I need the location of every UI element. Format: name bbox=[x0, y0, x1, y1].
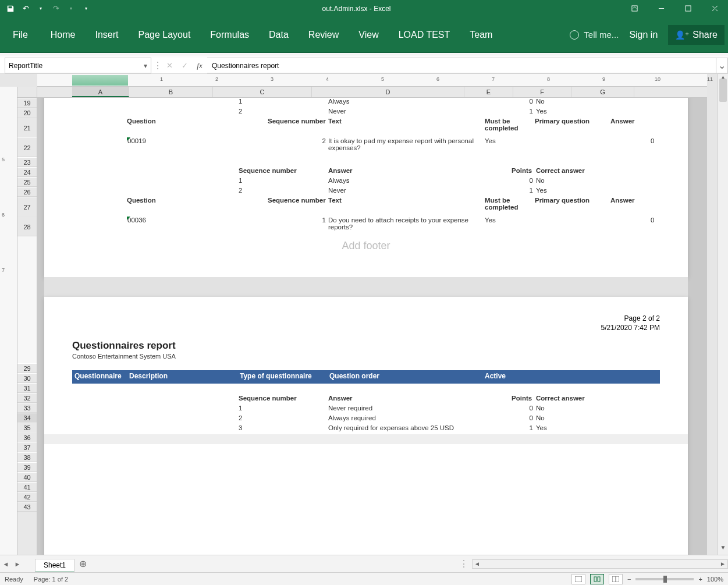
fbar-handle-icon[interactable]: ⋮ bbox=[154, 58, 162, 73]
vertical-scrollbar[interactable]: ▲ ▼ bbox=[718, 74, 728, 555]
col-header[interactable]: Must be completed bbox=[485, 118, 531, 132]
col-F[interactable]: F bbox=[513, 87, 571, 97]
tab-formulas[interactable]: Formulas bbox=[200, 17, 259, 52]
cell[interactable]: 0 bbox=[651, 217, 654, 224]
tab-team[interactable]: Team bbox=[460, 17, 502, 52]
redo-icon[interactable]: ↷ bbox=[50, 3, 62, 15]
row-19[interactable]: 19 bbox=[17, 98, 37, 108]
col-E[interactable]: E bbox=[464, 87, 513, 97]
cell[interactable]: No bbox=[536, 177, 545, 184]
row-41[interactable]: 41 bbox=[17, 482, 37, 492]
cell[interactable]: 3 bbox=[239, 424, 242, 431]
col-header[interactable]: Answer bbox=[610, 118, 635, 125]
scroll-right-icon[interactable]: ► bbox=[718, 561, 727, 567]
hscroll-handle-icon[interactable]: ⋮ bbox=[459, 558, 472, 569]
cell[interactable]: No bbox=[536, 405, 545, 412]
row-43[interactable]: 43 bbox=[17, 502, 37, 512]
col-header[interactable]: Must be completed bbox=[485, 197, 531, 211]
col-header[interactable]: Points bbox=[512, 167, 532, 174]
row-31[interactable]: 31 bbox=[17, 383, 37, 393]
tab-load-test[interactable]: LOAD TEST bbox=[389, 17, 460, 52]
cell[interactable]: 1 bbox=[239, 217, 326, 224]
tab-insert[interactable]: Insert bbox=[85, 17, 128, 52]
row-24[interactable]: 24 bbox=[17, 167, 37, 177]
cell[interactable]: 2 bbox=[239, 414, 242, 421]
row-40[interactable]: 40 bbox=[17, 472, 37, 482]
cell[interactable]: It is okay to pad my expense report with… bbox=[328, 137, 480, 151]
row-34[interactable]: 34 bbox=[17, 413, 37, 423]
tab-view[interactable]: View bbox=[349, 17, 388, 52]
cell[interactable]: 0 bbox=[651, 137, 654, 144]
cell[interactable]: 0 bbox=[491, 98, 533, 105]
col-header[interactable]: Answer bbox=[328, 167, 353, 174]
view-normal-icon[interactable] bbox=[571, 574, 585, 584]
formula-input[interactable]: Questionnaires report bbox=[207, 58, 716, 73]
cell[interactable]: 1 bbox=[491, 424, 533, 431]
row-37[interactable]: 37 bbox=[17, 442, 37, 452]
cell[interactable]: Always bbox=[328, 177, 349, 184]
name-box[interactable]: ReportTitle ▾ bbox=[5, 58, 151, 73]
col-header[interactable]: Text bbox=[328, 118, 342, 125]
share-button[interactable]: 👤⁺ Share bbox=[668, 25, 725, 45]
cell[interactable]: Yes bbox=[485, 217, 496, 224]
row-26[interactable]: 26 bbox=[17, 187, 37, 197]
row-32[interactable]: 32 bbox=[17, 393, 37, 403]
cell[interactable]: Yes bbox=[485, 137, 496, 144]
cell[interactable]: Always bbox=[328, 98, 349, 105]
col-A[interactable]: A bbox=[72, 87, 129, 97]
cell[interactable]: Yes bbox=[536, 424, 547, 431]
col-header[interactable]: Sequence number bbox=[268, 118, 326, 125]
tell-me-search[interactable]: Tell me... bbox=[570, 30, 619, 40]
report-title[interactable]: Questionnaires report bbox=[72, 340, 176, 352]
file-tab[interactable]: File bbox=[0, 17, 41, 52]
cell[interactable]: 00036 bbox=[127, 217, 146, 224]
qat-customize-icon[interactable]: ▾ bbox=[80, 3, 92, 15]
cell[interactable]: 2 bbox=[239, 108, 242, 115]
cell[interactable]: 1 bbox=[491, 108, 533, 115]
view-page-break-icon[interactable] bbox=[609, 574, 623, 584]
col-header[interactable]: Sequence number bbox=[268, 197, 326, 204]
row-35[interactable]: 35 bbox=[17, 423, 37, 432]
tab-home[interactable]: Home bbox=[41, 17, 86, 52]
vertical-ruler[interactable]: 5 6 7 bbox=[0, 87, 17, 555]
cell[interactable]: Never bbox=[328, 108, 346, 115]
cell[interactable]: Never bbox=[328, 187, 346, 194]
col-header[interactable]: Question bbox=[127, 118, 156, 125]
cell[interactable]: 0 bbox=[491, 405, 533, 412]
page-canvas[interactable]: 1 Always 0 No 2 Never 1 Yes Question Seq… bbox=[37, 98, 707, 555]
cell[interactable]: 1 bbox=[239, 177, 242, 184]
cell[interactable]: 1 bbox=[491, 187, 533, 194]
sheet-tab[interactable]: Sheet1 bbox=[35, 559, 74, 573]
maximize-icon[interactable] bbox=[674, 0, 701, 17]
col-C[interactable]: C bbox=[213, 87, 312, 97]
cell[interactable]: Yes bbox=[536, 187, 547, 194]
col-header[interactable]: Sequence number bbox=[239, 167, 297, 174]
col-header[interactable]: Question bbox=[127, 197, 156, 204]
scroll-down-icon[interactable]: ▼ bbox=[718, 544, 728, 555]
row-28[interactable]: 28 bbox=[17, 217, 37, 236]
col-header[interactable]: Answer bbox=[610, 197, 635, 204]
cell[interactable]: 0 bbox=[491, 414, 533, 421]
col-B[interactable]: B bbox=[129, 87, 213, 97]
sheet-nav-prev-icon[interactable]: ◄ bbox=[0, 555, 12, 572]
row-21[interactable]: 21 bbox=[17, 118, 37, 137]
cell[interactable]: 2 bbox=[239, 187, 242, 194]
name-box-drop-icon[interactable]: ▾ bbox=[144, 62, 147, 70]
add-sheet-icon[interactable]: ⊕ bbox=[74, 555, 91, 572]
ribbon-options-icon[interactable] bbox=[621, 0, 648, 17]
tab-data[interactable]: Data bbox=[259, 17, 299, 52]
col[interactable]: Active bbox=[485, 372, 506, 380]
view-page-layout-icon[interactable] bbox=[590, 574, 604, 584]
undo-icon[interactable]: ↶ bbox=[20, 3, 31, 15]
report-subtitle[interactable]: Contoso Entertainment System USA bbox=[72, 353, 176, 360]
zoom-in-icon[interactable]: + bbox=[698, 576, 702, 583]
cell[interactable]: Do you need to attach receipts to your e… bbox=[328, 217, 480, 231]
cell[interactable]: 1 bbox=[239, 405, 242, 412]
insert-function-icon[interactable]: fx bbox=[192, 58, 207, 73]
col[interactable]: Description bbox=[129, 372, 168, 380]
col-D[interactable]: D bbox=[312, 87, 464, 97]
undo-drop-icon[interactable]: ▾ bbox=[35, 3, 47, 15]
row-42[interactable]: 42 bbox=[17, 492, 37, 502]
cell[interactable]: 00019 bbox=[127, 137, 146, 144]
redo-drop-icon[interactable]: ▾ bbox=[65, 3, 77, 15]
